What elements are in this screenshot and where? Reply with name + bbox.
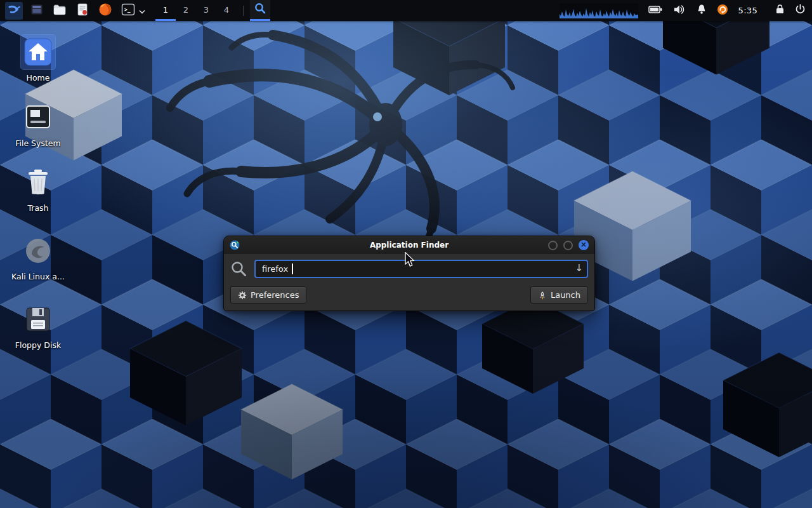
- appfinder-icon: [254, 2, 266, 17]
- launch-button-label: Launch: [551, 290, 580, 300]
- text-editor-icon: [75, 3, 89, 19]
- finder-body: ↓: [224, 254, 594, 311]
- search-entry-wrap: ↓: [254, 260, 588, 278]
- button-row: Preferences Launch: [230, 286, 588, 304]
- workspace-switcher: 1 2 3 4: [155, 0, 237, 21]
- taskbar-appfinder-button[interactable]: [250, 0, 270, 21]
- file-manager-icon: [53, 3, 67, 19]
- floppy-disk-icon: [21, 302, 55, 337]
- desktop-icon-label: Kali Linux a...: [11, 272, 65, 281]
- terminal-dropdown-button[interactable]: [138, 2, 147, 20]
- screen: >_ 1 2 3 4: [0, 0, 812, 508]
- preferences-button[interactable]: Preferences: [230, 286, 306, 304]
- preferences-button-label: Preferences: [251, 290, 299, 300]
- chevron-down-icon: [139, 4, 145, 17]
- search-input[interactable]: [254, 260, 588, 278]
- workspace-3[interactable]: 3: [196, 0, 216, 21]
- kali-menu-button[interactable]: [5, 2, 23, 20]
- kali-menu-icon: [7, 3, 21, 19]
- desktop-icon-label: File System: [15, 138, 61, 148]
- workspace-4[interactable]: 4: [216, 0, 237, 21]
- close-button[interactable]: ×: [579, 240, 589, 250]
- battery-indicator[interactable]: [648, 2, 662, 20]
- session-power-button[interactable]: [795, 2, 806, 20]
- system-monitor[interactable]: [560, 3, 638, 18]
- terminal-icon: >_: [121, 3, 135, 19]
- svg-text:>_: >_: [124, 7, 131, 13]
- file-manager-launcher[interactable]: [51, 2, 69, 20]
- minimize-button[interactable]: [548, 241, 558, 250]
- window-controls: ×: [548, 240, 589, 250]
- desktop-icon-kali-linux[interactable]: Kali Linux a...: [8, 234, 69, 281]
- launch-icon: [538, 291, 547, 300]
- workspace-3-label: 3: [204, 5, 209, 15]
- text-editor-launcher[interactable]: [74, 2, 91, 20]
- desktop-icon-file-system[interactable]: File System: [8, 100, 69, 148]
- window-title: Application Finder: [224, 241, 594, 250]
- home-icon: [21, 35, 55, 69]
- desktop-icon-label: Trash: [27, 203, 48, 213]
- workspace-2-label: 2: [183, 5, 188, 15]
- terminal-launcher[interactable]: >_: [119, 2, 137, 20]
- volume-indicator[interactable]: [674, 2, 685, 20]
- workspace-4-label: 4: [224, 5, 229, 15]
- workspace-1-label: 1: [163, 5, 168, 15]
- search-icon: [230, 260, 247, 277]
- bell-icon: [697, 4, 707, 17]
- desktop-icon-home[interactable]: Home: [8, 35, 69, 83]
- kali-emblem-icon: [21, 234, 55, 268]
- text-caret: [292, 264, 293, 274]
- power-icon: [795, 4, 806, 17]
- panel-separator: [243, 6, 244, 16]
- screen-lock-indicator[interactable]: [775, 2, 785, 20]
- top-panel: >_ 1 2 3 4: [0, 0, 812, 21]
- appfinder-window-icon: [230, 240, 240, 250]
- application-finder-window: Application Finder × ↓: [223, 236, 595, 311]
- file-system-icon: [21, 100, 55, 135]
- firefox-icon: [98, 3, 112, 19]
- sync-status[interactable]: [717, 2, 728, 20]
- close-icon: ×: [580, 240, 587, 249]
- desktop-icon-label: Floppy Disk: [15, 340, 61, 350]
- system-monitor-graph: [560, 3, 638, 18]
- window-manager-launcher[interactable]: [28, 2, 46, 20]
- desktop-icon-trash[interactable]: Trash: [8, 165, 69, 213]
- trash-icon: [21, 165, 55, 199]
- gear-icon: [238, 291, 247, 300]
- titlebar[interactable]: Application Finder ×: [224, 236, 594, 254]
- volume-icon: [674, 4, 685, 17]
- launch-button[interactable]: Launch: [530, 286, 588, 304]
- lock-icon: [775, 4, 785, 17]
- clock[interactable]: 5:35: [738, 6, 757, 15]
- desktop-icon-floppy-disk[interactable]: Floppy Disk: [8, 302, 69, 350]
- workspace-2[interactable]: 2: [176, 0, 196, 21]
- battery-icon: [648, 4, 662, 17]
- firefox-launcher[interactable]: [96, 2, 114, 20]
- notifications-indicator[interactable]: [697, 2, 707, 20]
- maximize-button[interactable]: [563, 241, 573, 250]
- search-row: ↓: [230, 260, 588, 278]
- workspace-1[interactable]: 1: [155, 0, 176, 21]
- desktop-icon-label: Home: [27, 73, 50, 83]
- sync-status-icon: [717, 4, 728, 18]
- window-icon: [30, 3, 44, 19]
